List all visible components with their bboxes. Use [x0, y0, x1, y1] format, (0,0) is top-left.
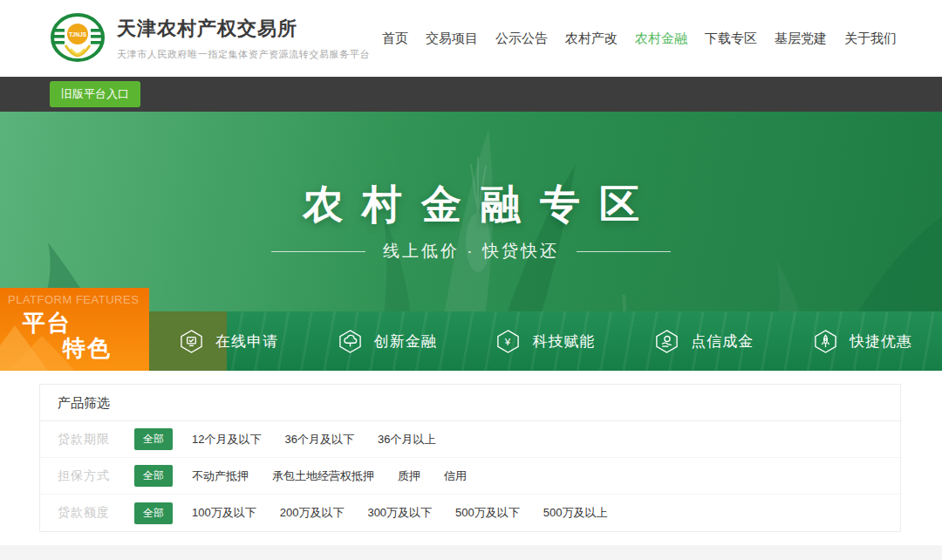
footer-bar: [0, 545, 942, 560]
hero-banner: 农村金融专区 线上低价 · 快贷快还 在线申请: [0, 112, 942, 371]
tab-innovative-finance[interactable]: 创新金融: [308, 311, 467, 371]
filter-option[interactable]: 承包土地经营权抵押: [272, 468, 374, 484]
platform-features-title-2: 特色: [63, 333, 112, 364]
filter-option[interactable]: 200万及以下: [280, 505, 345, 521]
hero-title: 农村金融专区: [0, 178, 942, 232]
cloud-finance-icon: [338, 329, 363, 354]
brand-text: 天津农村产权交易所 天津市人民政府唯一指定集体资产资源流转交易服务平台: [117, 16, 370, 61]
nav-rural-reform[interactable]: 农村产改: [565, 31, 618, 47]
form-check-icon: [179, 329, 204, 354]
filter-all-button[interactable]: 全部: [134, 502, 173, 524]
platform-features-eyebrow: PLATFORM FEATURES: [8, 293, 147, 306]
filter-row-guarantee-type: 担保方式 全部 不动产抵押 承包土地经营权抵押 质押 信用: [40, 458, 900, 495]
nav-party-building[interactable]: 基层党建: [775, 31, 827, 47]
subtitle-line-right: [577, 251, 671, 252]
platform-features-block: PLATFORM FEATURES 平台 特色: [0, 288, 149, 371]
svg-text:¥: ¥: [504, 335, 511, 346]
tab-label: 科技赋能: [532, 331, 595, 352]
filter-label: 贷款期限: [58, 432, 134, 447]
tab-online-apply[interactable]: 在线申请: [149, 311, 308, 371]
site-subtitle: 天津市人民政府唯一指定集体资产资源流转交易服务平台: [117, 48, 370, 61]
site-title: 天津农村产权交易所: [117, 16, 370, 42]
filter-option[interactable]: 500万及以上: [543, 505, 608, 521]
filter-option[interactable]: 12个月及以下: [192, 432, 261, 447]
rocket-icon: [813, 329, 838, 354]
nav-rural-finance[interactable]: 农村金融: [635, 31, 687, 47]
filter-option[interactable]: 500万及以下: [455, 505, 520, 521]
filter-row-loan-term: 贷款期限 全部 12个月及以下 36个月及以下 36个月以上: [40, 421, 900, 458]
tab-label: 快捷优惠: [850, 331, 912, 352]
site-logo-icon: TJNJS: [50, 12, 106, 65]
nav-download-zone[interactable]: 下载专区: [705, 31, 757, 47]
product-filter-panel: 产品筛选 贷款期限 全部 12个月及以下 36个月及以下 36个月以上 担保方式…: [39, 384, 901, 532]
filter-all-button[interactable]: 全部: [134, 465, 173, 487]
main-nav: 首页 交易项目 公示公告 农村产改 农村金融 下载专区 基层党建 关于我们: [382, 31, 897, 47]
filter-option[interactable]: 100万及以下: [192, 505, 256, 521]
tab-tech-empower[interactable]: ¥ 科技赋能: [467, 311, 625, 371]
subtitle-line-left: [271, 251, 365, 252]
utility-bar: 旧版平台入口: [0, 77, 942, 112]
feature-tabbar: 在线申请 创新金融 ¥ 科技赋能: [149, 311, 942, 371]
hero-subtitle: 线上低价 · 快贷快还: [383, 240, 559, 263]
filter-option[interactable]: 300万及以下: [367, 505, 432, 521]
tab-credit-gold[interactable]: 点信成金: [625, 311, 783, 371]
tab-label: 在线申请: [215, 331, 278, 352]
filter-option[interactable]: 质押: [398, 468, 420, 484]
filter-label: 贷款额度: [58, 505, 134, 521]
filter-option[interactable]: 不动产抵押: [192, 468, 249, 484]
filter-all-button[interactable]: 全部: [134, 428, 173, 450]
hand-coin-icon: [654, 329, 679, 354]
filter-option[interactable]: 36个月以上: [378, 432, 435, 447]
filter-option[interactable]: 信用: [444, 468, 467, 484]
filter-label: 担保方式: [58, 468, 134, 484]
site-header: TJNJS 天津农村产权交易所 天津市人民政府唯一指定集体资产资源流转交易服务平…: [0, 0, 942, 77]
hero-subtitle-row: 线上低价 · 快贷快还: [0, 240, 942, 263]
filter-row-loan-amount: 贷款额度 全部 100万及以下 200万及以下 300万及以下 500万及以下 …: [40, 495, 900, 531]
tab-label: 创新金融: [374, 331, 437, 352]
page: TJNJS 天津农村产权交易所 天津市人民政府唯一指定集体资产资源流转交易服务平…: [0, 0, 942, 560]
tab-label: 点信成金: [691, 331, 754, 352]
nav-trade-projects[interactable]: 交易项目: [426, 31, 478, 47]
tab-quick-discount[interactable]: 快捷优惠: [783, 311, 942, 371]
nav-home[interactable]: 首页: [382, 31, 408, 47]
old-platform-entry-button[interactable]: 旧版平台入口: [50, 81, 140, 107]
nav-public-notice[interactable]: 公示公告: [495, 31, 548, 47]
filter-panel-title: 产品筛选: [40, 385, 900, 421]
nav-about-us[interactable]: 关于我们: [844, 31, 897, 47]
filter-option[interactable]: 36个月及以下: [284, 432, 353, 447]
yuan-icon: ¥: [495, 329, 521, 354]
svg-text:TJNJS: TJNJS: [69, 31, 87, 38]
